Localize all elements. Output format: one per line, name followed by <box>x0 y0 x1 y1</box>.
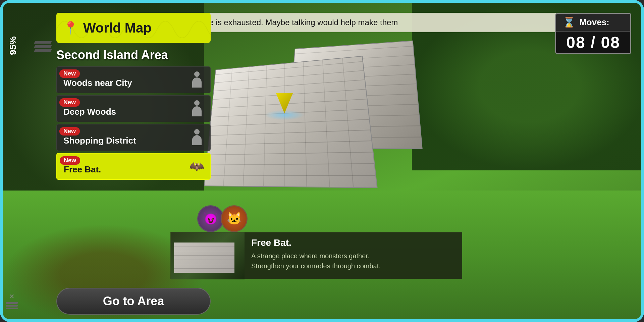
location-avatar-deep-woods <box>189 100 205 117</box>
location-name-woods-near-city: Woods near City <box>63 78 132 88</box>
location-item-deep-woods[interactable]: New Deep Woods <box>56 95 211 122</box>
location-item-woods-near-city[interactable]: New Woods near City <box>56 66 211 93</box>
diag-bar-2 <box>34 45 52 48</box>
moves-counter: ⌛ Moves: 08 / 08 <box>555 13 631 54</box>
area-title: Second Island Area <box>56 48 168 62</box>
person-head-2 <box>194 100 200 106</box>
person-icon-3 <box>190 129 204 146</box>
moves-value: 08 / 08 <box>556 32 630 53</box>
avatar-face-orange: 🐱 <box>227 212 242 226</box>
new-badge-deep-woods: New <box>59 98 80 107</box>
character-avatar-purple: 😈 <box>197 205 224 232</box>
goto-button[interactable]: Go to Area <box>56 288 211 315</box>
person-head-1 <box>194 71 200 77</box>
avatar-face-purple: 😈 <box>203 212 218 226</box>
monster-icon: 🦇 <box>189 159 204 173</box>
building-main <box>204 56 378 188</box>
deco-line-2 <box>6 305 18 307</box>
location-name-free-bat: Free Bat. <box>64 164 101 175</box>
location-item-free-bat[interactable]: New Free Bat. 🦇 <box>56 153 211 180</box>
person-icon-1 <box>190 71 204 88</box>
deco-line-3 <box>6 308 18 309</box>
world-map-title: World Map <box>83 20 152 36</box>
info-panel: Free Bat. A strange place where monsters… <box>170 232 462 279</box>
goto-label: Go to Area <box>103 294 164 308</box>
hourglass-icon: ⌛ <box>563 16 575 28</box>
deco-x-icon: ✕ <box>9 292 15 301</box>
deco-line-1 <box>6 302 18 304</box>
person-head-3 <box>194 129 200 135</box>
info-thumbnail <box>171 232 245 279</box>
info-description-line2: Strengthen your comrades through combat. <box>251 262 381 270</box>
location-avatar-free-bat: 🦇 <box>188 158 205 175</box>
message-text: ne is exhausted. Maybe talking would hel… <box>205 18 398 27</box>
thumbnail-building <box>174 243 234 273</box>
person-body-2 <box>192 106 202 116</box>
new-badge-free-bat: New <box>60 156 80 165</box>
moves-label: Moves: <box>579 17 609 28</box>
diag-bar-1 <box>34 41 52 44</box>
person-body-3 <box>192 135 202 145</box>
character-avatar-orange: 🐱 <box>221 205 248 232</box>
message-bar: ne is exhausted. Maybe talking would hel… <box>197 13 564 32</box>
location-name-deep-woods: Deep Woods <box>63 107 116 117</box>
location-avatar-woods-near-city <box>189 71 205 88</box>
location-list: New Woods near City New Deep Woods <box>56 66 211 180</box>
battery-indicator: 95% <box>8 36 18 55</box>
new-badge-woods-near-city: New <box>59 69 80 78</box>
location-name-shopping-district: Shopping District <box>63 136 136 146</box>
info-panel-name: Free Bat. <box>251 237 455 248</box>
new-badge-shopping-district: New <box>59 127 80 136</box>
left-decoration <box>30 13 56 80</box>
person-body-1 <box>192 77 202 88</box>
map-pin-icon: 📍 <box>63 21 78 35</box>
info-text: Free Bat. A strange place where monsters… <box>245 232 462 279</box>
character-avatars: 😈 🐱 <box>197 205 248 232</box>
moves-header: ⌛ Moves: <box>556 14 630 32</box>
device-frame: ne is exhausted. Maybe talking would hel… <box>0 0 644 322</box>
world-map-header: 📍 World Map <box>56 13 211 43</box>
battery-percent: 95% <box>8 36 18 55</box>
location-item-shopping-district[interactable]: New Shopping District <box>56 124 211 151</box>
deco-lines <box>6 302 18 309</box>
bottom-left-decoration: ✕ <box>6 292 18 309</box>
info-panel-description: A strange place where monsters gather. S… <box>251 251 455 271</box>
person-icon-2 <box>190 100 204 117</box>
location-avatar-shopping-district <box>189 129 205 146</box>
info-description-line1: A strange place where monsters gather. <box>251 252 369 260</box>
diag-bar-3 <box>34 49 52 52</box>
